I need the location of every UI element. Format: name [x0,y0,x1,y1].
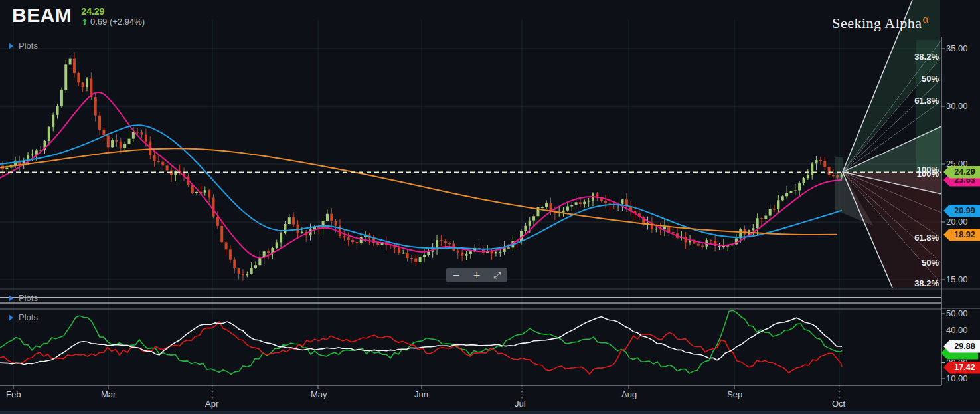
oscillator-axis-tick: 50.00 [946,308,968,318]
chart-canvas[interactable] [0,0,980,414]
month-label-mar: Mar [101,389,116,399]
alpha-icon: α [923,13,929,25]
last-price: 24.29 [81,7,145,17]
month-label-jun: Jun [414,389,428,399]
seeking-alpha-logo: Seeking Alphaα [832,15,928,32]
price-axis-tick: 35.00 [946,43,968,53]
plots-toggle-middle[interactable]: Plots [9,293,38,303]
fib-level-label: 61.8% [899,233,939,243]
fullscreen-button[interactable]: ⤢ [487,268,507,282]
fib-level-label: 50% [899,74,939,84]
up-arrow-icon: ⬆ [81,17,88,27]
zoom-out-button[interactable]: − [446,268,467,282]
month-label-may: May [311,389,327,399]
fib-level-label: 50% [899,258,939,268]
brand-text: Seeking Alpha [832,15,922,31]
fib-hundred-label: 100% [899,169,939,179]
collapse-arrow-icon [9,295,13,302]
price-change: ⬆ 0.69 (+2.94%) [81,17,145,27]
plots-label: Plots [19,293,38,303]
change-value: 0.69 (+2.94%) [90,17,145,27]
price-tag-29-88: 29.88 [943,340,980,353]
price-tag-17-42: 17.42 [943,362,980,374]
price-axis-tick: 20.00 [946,217,968,227]
price-axis-tick: 30.00 [946,101,968,111]
ticker-symbol: BEAM [12,5,72,25]
oscillator-axis-tick: 40.00 [946,325,968,335]
month-label-aug: Aug [621,389,637,399]
plots-toggle-main[interactable]: Plots [9,41,38,51]
month-label-feb: Feb [6,389,21,399]
zoom-toolbar: − + ⤢ [446,268,507,282]
zoom-in-button[interactable]: + [467,268,487,282]
fib-level-label: 38.2% [899,52,939,62]
price-axis-tick: 15.00 [946,274,968,284]
month-label-apr: Apr [205,399,218,409]
month-label-oct: Oct [832,399,845,409]
quote-block: 24.29 ⬆ 0.69 (+2.94%) [81,7,145,27]
price-tag-24-29: 24.29 [943,166,980,179]
month-label-jul: Jul [515,399,526,409]
collapse-arrow-icon [9,43,13,49]
month-label-sep: Sep [727,389,742,399]
plots-label: Plots [19,312,38,322]
oscillator-axis-tick: 10.00 [946,373,968,383]
price-tag-20-99: 20.99 [943,205,980,217]
plots-toggle-bottom[interactable]: Plots [9,312,38,322]
fib-level-label: 61.8% [899,96,939,106]
chart-app: BEAM 24.29 ⬆ 0.69 (+2.94%) Seeking Alpha… [0,0,980,414]
plots-label: Plots [19,41,38,51]
ticker-header: BEAM 24.29 ⬆ 0.69 (+2.94%) [12,5,145,27]
price-tag-18-92: 18.92 [943,229,980,241]
collapse-arrow-icon [9,314,13,321]
fib-level-label: 38.2% [899,278,939,288]
